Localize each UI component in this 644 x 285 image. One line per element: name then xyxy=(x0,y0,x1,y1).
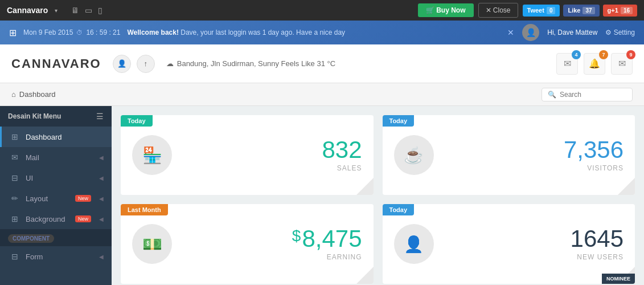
visitors-tag: Today xyxy=(383,115,415,127)
close-button[interactable]: ✕ Close xyxy=(478,3,518,18)
notification-badges: 4 ✉ 7 🔔 9 ✉ xyxy=(556,53,633,75)
sidebar: Desain Kit Menu ☰ ⊞ Dashboard ✉ Mail ◀ ⊟… xyxy=(0,106,112,285)
mail-badge[interactable]: 4 ✉ xyxy=(556,53,578,75)
message-count: 9 xyxy=(626,50,635,59)
background-icon: ⊞ xyxy=(10,214,20,223)
sidebar-item-mail[interactable]: ✉ Mail ◀ xyxy=(0,147,112,168)
sidebar-item-dashboard[interactable]: ⊞ Dashboard xyxy=(0,127,112,147)
mail-count: 4 xyxy=(572,50,581,59)
app-name: Cannavaro xyxy=(7,6,48,15)
hamburger-icon[interactable]: ☰ xyxy=(96,112,104,121)
tweet-label: Tweet xyxy=(527,7,544,14)
users-values: 1645 New Users xyxy=(445,227,624,261)
social-buttons: Tweet 0 Like 37 g+1 16 xyxy=(523,5,637,17)
visitors-icon: ☕ xyxy=(394,135,434,175)
sidebar-label-form: Form xyxy=(26,253,93,261)
sales-tag: Today xyxy=(121,115,153,127)
device-icons: 🖥 ▭ ▯ xyxy=(71,6,102,15)
setting-button[interactable]: ⚙ Setting xyxy=(605,28,635,36)
content-area: Today 🏪 832 SALES Today ☕ 7,356 Visitors xyxy=(112,106,644,285)
dashboard-icon: ⊞ xyxy=(10,132,20,141)
component-label: Component xyxy=(8,234,54,243)
message-icon: ✉ xyxy=(618,58,626,69)
gplus-label: g+1 xyxy=(608,7,618,14)
like-label: Like xyxy=(568,7,580,14)
notif-body: Dave, your last loggin was 1 day ago. Ha… xyxy=(181,28,345,36)
gplus-button[interactable]: g+1 16 xyxy=(603,5,637,17)
sidebar-item-ui[interactable]: ⊟ UI ◀ xyxy=(0,168,112,188)
form-arrow-icon: ◀ xyxy=(99,254,104,260)
stat-card-sales: Today 🏪 832 SALES xyxy=(121,115,374,195)
buy-now-button[interactable]: 🛒 Buy Now xyxy=(418,3,474,17)
visitors-values: 7,356 Visitors xyxy=(445,138,624,172)
top-bar-left: Cannavaro ▾ 🖥 ▭ ▯ xyxy=(7,6,102,15)
alert-icon: 🔔 xyxy=(589,58,600,69)
ui-icon: ⊟ xyxy=(10,173,20,182)
stat-card-visitors: Today ☕ 7,356 Visitors xyxy=(383,115,635,195)
user-icon-button[interactable]: 👤 xyxy=(113,55,131,73)
sidebar-title: Desain Kit Menu xyxy=(8,112,61,120)
app-dropdown-icon[interactable]: ▾ xyxy=(55,7,58,14)
weather-text: Bandung, Jln Sudirman, Sunny Feels Like … xyxy=(177,59,335,68)
user-name[interactable]: Hi, Dave Mattew xyxy=(547,28,597,36)
ui-arrow-icon: ◀ xyxy=(99,175,104,181)
earning-corner xyxy=(356,267,374,284)
visitors-corner xyxy=(618,178,635,195)
sidebar-label-background: Background xyxy=(26,215,69,223)
notif-close-icon[interactable]: ✕ xyxy=(507,28,514,37)
like-count: 37 xyxy=(583,7,594,14)
header: CANNAVARO 👤 ↑ ☁ Bandung, Jln Sudirman, S… xyxy=(0,44,644,83)
search-input[interactable] xyxy=(560,91,628,99)
tweet-button[interactable]: Tweet 0 xyxy=(523,5,560,17)
notif-right: ✕ 👤 Hi, Dave Mattew ⚙ Setting xyxy=(507,24,635,41)
sidebar-item-background[interactable]: ⊞ Background New ◀ xyxy=(0,209,112,229)
stats-grid: Today 🏪 832 SALES Today ☕ 7,356 Visitors xyxy=(121,115,635,284)
mail-icon: ✉ xyxy=(564,58,571,69)
search-icon: 🔍 xyxy=(548,91,556,99)
form-icon: ⊟ xyxy=(10,252,20,261)
sidebar-label-layout: Layout xyxy=(26,194,69,203)
like-button[interactable]: Like 37 xyxy=(563,5,599,17)
message-badge[interactable]: 9 ✉ xyxy=(611,53,633,75)
users-icon: 👤 xyxy=(394,224,434,264)
sales-corner xyxy=(356,178,374,195)
nav-bar: ⌂ Dashboard 🔍 xyxy=(0,83,644,106)
earning-icon: 💵 xyxy=(132,224,172,264)
tablet-icon[interactable]: ▭ xyxy=(85,6,92,15)
notification-bar: ⊞ Mon 9 Feb 2015 ⏱ 16 : 59 : 21 Wellcome… xyxy=(0,21,644,44)
date-time: Mon 9 Feb 2015 ⏱ 16 : 59 : 21 xyxy=(23,28,120,36)
logo: CANNAVARO xyxy=(11,56,101,71)
mail-arrow-icon: ◀ xyxy=(99,154,104,161)
users-number: 1645 xyxy=(445,227,624,251)
earning-number: 8,475 xyxy=(302,227,362,251)
nav-dashboard[interactable]: ⌂ Dashboard xyxy=(11,90,542,99)
background-new-badge: New xyxy=(75,215,91,222)
sales-label: SALES xyxy=(183,164,362,172)
sidebar-item-layout[interactable]: ✏ Layout New ◀ xyxy=(0,188,112,209)
visitors-number: 7,356 xyxy=(445,138,624,162)
search-box: 🔍 xyxy=(542,88,633,101)
time: 16 : 59 : 21 xyxy=(86,28,120,36)
mobile-icon[interactable]: ▯ xyxy=(98,6,102,15)
top-bar-center: 🛒 Buy Now ✕ Close Tweet 0 Like 37 g+1 16 xyxy=(418,3,637,18)
sidebar-item-form[interactable]: ⊟ Form ◀ xyxy=(0,246,112,267)
dashboard-label: Dashboard xyxy=(19,90,56,99)
notif-left: ⊞ Mon 9 Feb 2015 ⏱ 16 : 59 : 21 Wellcome… xyxy=(9,27,345,38)
notif-greeting: Wellcome back! xyxy=(127,28,178,36)
grid-icon[interactable]: ⊞ xyxy=(9,27,17,38)
sidebar-label-ui: UI xyxy=(26,174,93,182)
component-section: Component xyxy=(0,229,112,246)
top-bar: Cannavaro ▾ 🖥 ▭ ▯ 🛒 Buy Now ✕ Close Twee… xyxy=(0,0,644,21)
earning-dollar: $ xyxy=(292,227,301,245)
stat-card-earning: Last Month 💵 $ 8,475 Earning xyxy=(121,204,374,284)
stat-card-users: Today 👤 1645 New Users NOMINEE xyxy=(383,204,635,284)
users-label: New Users xyxy=(445,253,624,261)
desktop-icon[interactable]: 🖥 xyxy=(71,6,79,15)
visitors-label: Visitors xyxy=(445,164,624,172)
layout-arrow-icon: ◀ xyxy=(99,196,104,202)
mail-icon: ✉ xyxy=(10,153,20,162)
gplus-count: 16 xyxy=(621,7,633,14)
alert-badge[interactable]: 7 🔔 xyxy=(584,53,605,75)
upload-icon-button[interactable]: ↑ xyxy=(137,55,155,73)
earning-label: Earning xyxy=(183,253,362,261)
